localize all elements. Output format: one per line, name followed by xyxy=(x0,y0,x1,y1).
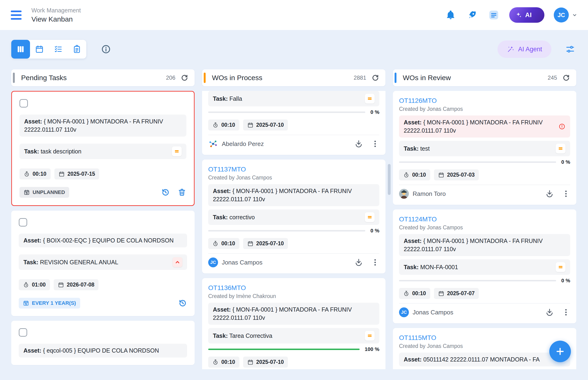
activity-feed-button[interactable] xyxy=(488,9,500,21)
asset-text: Asset: { MON-FA-0001 } MONTADORA - FA FR… xyxy=(404,237,566,253)
delete-button[interactable] xyxy=(178,188,186,197)
view-kanban-button[interactable] xyxy=(11,40,30,58)
filter-button[interactable] xyxy=(564,43,576,55)
date-chip: 2026-07-08 xyxy=(54,279,99,290)
refresh-button[interactable] xyxy=(181,74,188,82)
app-title: Work Management xyxy=(31,7,81,14)
user-avatar[interactable]: JC xyxy=(554,7,569,22)
pending-task-card[interactable]: Asset: { eqcol-005 } EQUIPO DE COLA NORD… xyxy=(11,321,195,365)
download-button[interactable] xyxy=(545,308,554,317)
wo-number-link[interactable]: OT1137MTO xyxy=(208,166,246,173)
more-button[interactable] xyxy=(371,258,379,266)
stopwatch-icon xyxy=(24,171,30,177)
stopwatch-icon xyxy=(23,282,29,288)
progress-row: 0 % xyxy=(399,159,570,165)
card-actions xyxy=(545,308,570,317)
wo-number-link[interactable]: OT1136MTO xyxy=(208,284,246,292)
download-button[interactable] xyxy=(545,190,554,198)
task-checkbox[interactable] xyxy=(19,218,27,227)
task-label: Task: xyxy=(213,214,228,220)
wo-number-link[interactable]: OT1124MTO xyxy=(399,215,437,223)
column-wos-in-review: WOs in Review 245 OT1126MTO Created by J… xyxy=(393,69,576,369)
menu-button[interactable] xyxy=(9,9,23,21)
view-clipboard-button[interactable] xyxy=(67,40,86,58)
refresh-button[interactable] xyxy=(562,74,570,82)
wand-icon xyxy=(507,45,514,53)
refresh-button[interactable] xyxy=(371,74,379,82)
wo-card[interactable]: Task: Falla 0 % 00:10 2025 xyxy=(202,91,385,155)
stopwatch-icon xyxy=(403,290,409,297)
stopwatch-icon xyxy=(212,359,219,365)
asset-value: { MON-FA-0001 } MONTADORA - FA FRUNIV 22… xyxy=(213,306,352,321)
ai-button[interactable]: AI xyxy=(509,7,544,23)
view-calendar-button[interactable] xyxy=(30,40,49,58)
date-value: 2026-07-08 xyxy=(67,282,95,288)
kebab-icon xyxy=(562,190,570,198)
wo-card[interactable]: OT1115MTO Created by Jonas Campos Asset:… xyxy=(393,328,576,369)
wo-card[interactable]: OT1137MTO Created by Jonas Campos Asset:… xyxy=(202,160,385,273)
task-checkbox[interactable] xyxy=(20,99,28,108)
restore-button[interactable] xyxy=(178,299,187,308)
task-field: Task: MON-FA-0001 xyxy=(399,259,570,275)
ai-agent-button[interactable]: AI Agent xyxy=(498,40,551,58)
meta-row: 00:10 2025-07-07 xyxy=(399,288,570,299)
asset-label: Asset: xyxy=(23,347,41,354)
task-label: Task: xyxy=(23,259,38,266)
wo-card[interactable]: OT1124MTO Created by Jonas Campos Asset:… xyxy=(393,209,576,323)
meta-row: 00:10 2025-07-15 xyxy=(20,169,186,179)
column-title: WOs in Review xyxy=(403,74,451,82)
task-checkbox[interactable] xyxy=(19,328,27,337)
assignee-avatar: JC xyxy=(208,257,218,267)
assignee-row: Ramon Toro xyxy=(399,185,570,199)
schedule-badge: EVERY 1 YEAR(S) xyxy=(19,298,80,308)
hamburger-icon xyxy=(11,11,21,12)
created-by: Created by Jonas Campos xyxy=(399,225,570,231)
schedule-badge: UNPLANNED xyxy=(20,187,69,198)
duration-chip: 00:10 xyxy=(20,169,51,179)
sparkle-icon xyxy=(515,12,522,18)
wo-number-link[interactable]: OT1126MTO xyxy=(399,97,437,104)
duration-chip: 00:10 xyxy=(208,238,239,249)
column-count: 245 xyxy=(548,75,557,81)
date-chip: 2025-07-03 xyxy=(434,169,479,180)
more-button[interactable] xyxy=(562,190,570,198)
asset-field: Asset: { MON-FA-0001 } MONTADORA - FA FR… xyxy=(20,114,186,137)
refresh-icon xyxy=(562,74,570,82)
notifications-button[interactable] xyxy=(445,9,457,21)
asset-value: { MON-FA-0001 } MONTADORA - FA FRUNIV 22… xyxy=(404,119,543,134)
progress-label: 0 % xyxy=(370,109,379,115)
asset-text: Asset: { MON-FA-0001 } MONTADORA - FA FR… xyxy=(24,117,182,134)
launch-button[interactable] xyxy=(466,9,478,21)
wo-number-link[interactable]: OT1115MTO xyxy=(399,334,436,342)
refresh-icon xyxy=(371,74,379,82)
info-button[interactable] xyxy=(100,43,113,56)
task-text: Task: task description xyxy=(24,147,168,155)
column-body: Task: Falla 0 % 00:10 2025 xyxy=(202,91,385,369)
date-chip: 2025-07-15 xyxy=(54,169,100,179)
add-button[interactable] xyxy=(549,341,571,362)
wo-card[interactable]: OT1136MTO Created by Imène Chakroun Asse… xyxy=(202,278,385,369)
created-by-label: Created by xyxy=(399,225,426,230)
column-scrollbar[interactable] xyxy=(388,164,391,195)
column-title: WOs in Process xyxy=(212,74,262,82)
more-button[interactable] xyxy=(562,308,570,317)
pending-task-card[interactable]: Asset: { BOIX-002-EQC } EQUIPO DE COLA N… xyxy=(11,211,195,316)
download-button[interactable] xyxy=(354,140,363,148)
pending-task-card[interactable]: Asset: { MON-FA-0001 } MONTADORA - FA FR… xyxy=(11,91,195,206)
more-button[interactable] xyxy=(371,140,379,148)
wo-card[interactable]: OT1126MTO Created by Jonas Campos Asset:… xyxy=(393,91,576,205)
progress-row: 0 % xyxy=(208,228,379,234)
asset-field: Asset: { BOIX-002-EQC } EQUIPO DE COLA N… xyxy=(19,234,187,247)
progress-bar xyxy=(208,112,365,113)
card-footer: UNPLANNED xyxy=(20,187,186,198)
date-chip: 2025-07-10 xyxy=(243,119,288,131)
history-icon xyxy=(161,188,170,197)
asset-text: Asset: { MON-FA-0001 } MONTADORA - FA FR… xyxy=(404,118,555,135)
task-value: Tarea Correctiva xyxy=(229,332,272,339)
download-button[interactable] xyxy=(354,258,363,266)
view-list-button[interactable] xyxy=(49,40,67,58)
restore-button[interactable] xyxy=(161,188,170,197)
rocket-icon xyxy=(467,10,477,20)
profile-menu[interactable]: JC xyxy=(554,7,578,22)
date-value: 2025-07-07 xyxy=(447,290,475,297)
